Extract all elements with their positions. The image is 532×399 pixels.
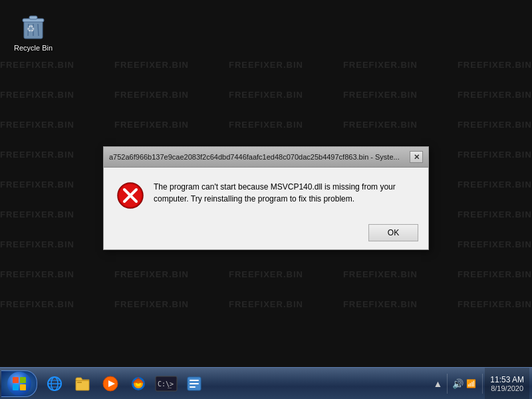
error-message-text: The program can't start because MSVCP140… [154,181,415,205]
clock-area[interactable]: 11:53 AM 8/19/2020 [485,368,529,399]
svg-rect-11 [13,377,19,383]
taskbar-ie-icon[interactable] [41,371,68,396]
svg-rect-13 [13,384,19,390]
clock-date: 8/19/2020 [491,384,523,392]
media-icon [102,375,119,392]
taskbar: C:\> _ ▲ 🔊 📶 11:53 AM 8/1 [0,367,532,399]
svg-rect-12 [20,377,26,383]
taskbar-firefox-icon[interactable] [125,371,152,396]
clock-time: 11:53 AM [490,375,524,384]
dialog-body: The program can't start because MSVCP140… [104,168,428,219]
dialog-close-button[interactable]: ✕ [410,151,423,163]
error-icon [117,182,144,209]
dialog-titlebar: a752a6f966b137e9cae2083f2c64dbd7446faafc… [104,147,428,168]
firefox-icon [130,375,147,392]
misc-taskbar-icon [186,375,203,392]
tray-show-icons[interactable]: ▲ [433,378,442,389]
start-orb [7,372,31,396]
taskbar-misc-icon[interactable] [181,371,207,396]
taskbar-cmd-icon[interactable]: C:\> _ [153,371,180,396]
tray-volume-icon[interactable]: 🔊 [452,378,464,389]
taskbar-explorer-icon[interactable] [69,371,96,396]
svg-rect-33 [190,386,196,388]
svg-rect-14 [20,384,26,390]
svg-text:_: _ [168,380,172,388]
dialog-footer: OK [104,219,428,249]
ok-button[interactable]: OK [368,224,418,241]
svg-rect-21 [77,382,82,383]
svg-rect-32 [190,383,199,384]
tray-separator [447,374,448,394]
tray-icons: ▲ 🔊 📶 [429,374,480,394]
desktop: FREEFIXER.BINFREEFIXER.BINFREEFIXER.BINF… [0,0,532,367]
cmd-icon: C:\> _ [154,375,178,392]
dialog-overlay: a752a6f966b137e9cae2083f2c64dbd7446faafc… [0,0,532,367]
explorer-icon [74,375,91,392]
taskbar-media-icon[interactable] [97,371,124,396]
clock-separator [482,374,483,394]
svg-rect-31 [190,380,199,381]
dialog-title: a752a6f966b137e9cae2083f2c64dbd7446faafc… [109,153,404,161]
error-dialog: a752a6f966b137e9cae2083f2c64dbd7446faafc… [103,146,429,250]
tray-network-icon[interactable]: 📶 [466,379,476,388]
ie-icon [46,375,63,392]
system-tray: ▲ 🔊 📶 11:53 AM 8/19/2020 [429,368,532,399]
start-button[interactable] [1,370,37,397]
windows-logo-icon [12,376,27,391]
taskbar-icons: C:\> _ [41,368,207,399]
